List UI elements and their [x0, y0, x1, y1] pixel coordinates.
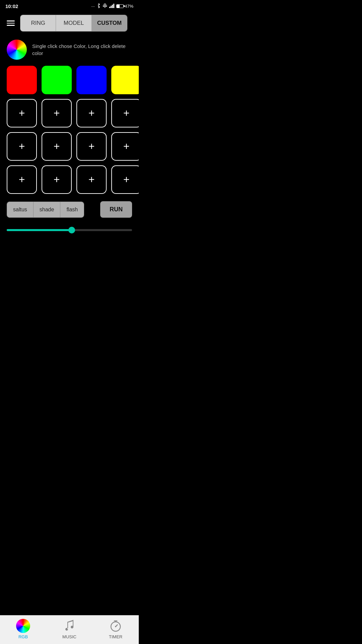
color-row-3: + + + +: [7, 132, 132, 161]
signal-dots-icon: ···: [91, 4, 95, 9]
battery-percent: 47%: [125, 4, 133, 9]
mode-saltus[interactable]: saltus: [7, 202, 34, 217]
battery-indicator: 47%: [116, 4, 133, 9]
wifi-icon: [102, 4, 108, 9]
color-swatch-green[interactable]: [42, 66, 72, 94]
color-swatch-blue[interactable]: [76, 66, 107, 94]
mode-row: saltus shade flash RUN: [0, 197, 139, 222]
add-color-btn-4-2[interactable]: +: [42, 165, 72, 194]
add-color-btn-2-1[interactable]: +: [7, 99, 37, 127]
mode-group: saltus shade flash: [7, 202, 84, 218]
slider-fill: [7, 229, 72, 231]
tab-model[interactable]: MODEL: [56, 15, 92, 31]
svg-rect-0: [109, 7, 110, 8]
add-color-btn-4-1[interactable]: +: [7, 165, 37, 194]
mode-shade[interactable]: shade: [34, 202, 61, 217]
color-row-2: + + + +: [7, 99, 132, 127]
svg-rect-2: [112, 5, 113, 8]
signal-icon: [109, 3, 115, 9]
tab-group: RING MODEL CUSTOM: [20, 15, 127, 32]
color-swatch-red[interactable]: [7, 66, 37, 94]
slider-thumb[interactable]: [68, 227, 75, 233]
color-row-1: [7, 66, 132, 94]
slider-track[interactable]: [7, 229, 132, 231]
header: RING MODEL CUSTOM: [0, 12, 139, 34]
status-time: 10:02: [5, 3, 18, 9]
picker-hint: Single click chose Color, Long click del…: [32, 43, 132, 57]
tab-ring[interactable]: RING: [20, 15, 56, 31]
status-icons: ··· 47%: [91, 3, 133, 9]
svg-rect-1: [111, 6, 112, 8]
add-color-btn-2-4[interactable]: +: [111, 99, 139, 127]
slider-row: [0, 222, 139, 241]
add-color-btn-2-3[interactable]: +: [76, 99, 107, 127]
add-color-btn-4-3[interactable]: +: [76, 165, 107, 194]
add-color-btn-3-4[interactable]: +: [111, 132, 139, 161]
mode-flash[interactable]: flash: [60, 202, 84, 217]
svg-rect-3: [113, 4, 114, 8]
color-swatch-yellow[interactable]: [111, 66, 139, 94]
tab-custom[interactable]: CUSTOM: [92, 15, 127, 31]
color-row-4: + + + +: [7, 165, 132, 194]
run-button[interactable]: RUN: [100, 201, 132, 218]
menu-icon[interactable]: [5, 19, 16, 27]
add-color-btn-4-4[interactable]: +: [111, 165, 139, 194]
status-bar: 10:02 ··· 47%: [0, 0, 139, 12]
add-color-btn-3-2[interactable]: +: [42, 132, 72, 161]
bluetooth-icon: [97, 3, 101, 9]
color-wheel[interactable]: [7, 40, 27, 60]
add-color-btn-3-3[interactable]: +: [76, 132, 107, 161]
color-picker-row: Single click chose Color, Long click del…: [0, 34, 139, 62]
add-color-btn-2-2[interactable]: +: [42, 99, 72, 127]
color-grid: + + + + + + + + + + + +: [0, 62, 139, 197]
add-color-btn-3-1[interactable]: +: [7, 132, 37, 161]
